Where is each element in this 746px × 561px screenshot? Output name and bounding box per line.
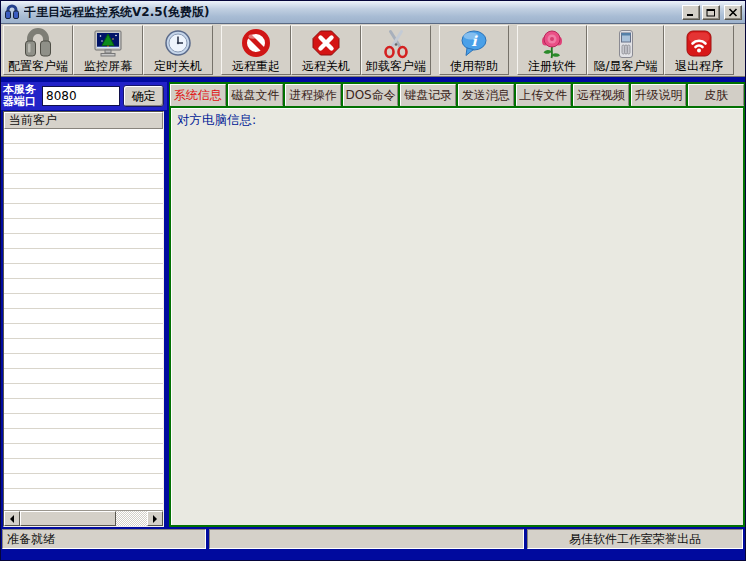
close-button[interactable] [724,5,742,20]
remote-restart-button[interactable]: 远程重起 [221,25,291,75]
tab-upgrade-notes[interactable]: 升级说明 [631,84,687,106]
client-list-row [4,294,163,309]
client-list-row [4,234,163,249]
client-list-row [4,174,163,189]
toolbar: 配置客户端 监控屏幕 [1,24,745,77]
scissors-icon [380,28,412,60]
window-title: 千里目远程监控系统V2.5(免费版) [24,4,682,21]
binoculars-icon [22,28,54,60]
status-bar: 准备就绪 易佳软件工作室荣誉出品 [1,527,745,549]
toolbar-button-label: 定时关机 [154,60,202,73]
client-list-row [4,204,163,219]
app-binoculars-icon [4,4,20,20]
hide-show-client-button[interactable]: 隐/显客户端 [587,25,664,75]
register-software-button[interactable]: 注册软件 [517,25,587,75]
toolbar-button-label: 远程重起 [232,60,280,73]
client-list-row [4,354,163,369]
client-list-row [4,309,163,324]
tab-send-message[interactable]: 发送消息 [458,84,514,106]
client-list-row [4,189,163,204]
left-panel: 本服务器端口 确定 当前客户 [1,82,167,527]
remote-shutdown-button[interactable]: 远程关机 [291,25,361,75]
toolbar-button-label: 远程关机 [302,60,350,73]
client-list-row [4,384,163,399]
client-list-row [4,339,163,354]
tab-process-operations[interactable]: 进程操作 [285,84,341,106]
exit-program-button[interactable]: 退出程序 [664,25,734,75]
tab-system-info[interactable]: 系统信息 [170,84,226,106]
status-middle-panel [209,529,524,549]
toolbar-button-label: 隐/显客户端 [593,60,657,73]
toolbar-separator [509,25,517,75]
client-listview: 当前客户 [3,111,164,527]
tab-bar: 系统信息 磁盘文件 进程操作 DOS命令 键盘记录 发送消息 上传文件 远程视频… [169,82,745,106]
scroll-right-button[interactable] [147,511,163,526]
tab-keylogger[interactable]: 键盘记录 [400,84,456,106]
no-entry-icon [240,28,272,60]
status-credits-text: 易佳软件工作室荣誉出品 [527,529,743,549]
client-list-row [4,324,163,339]
port-input[interactable] [42,86,120,106]
stop-x-icon [310,28,342,60]
client-list-row [4,129,163,144]
wifi-exit-icon [683,28,715,60]
toolbar-button-label: 卸载客户端 [366,60,426,73]
client-list-row [4,474,163,489]
toolbar-button-label: 使用帮助 [450,60,498,73]
confirm-port-button[interactable]: 确定 [123,85,164,107]
help-button[interactable]: i 使用帮助 [439,25,509,75]
toolbar-separator [431,25,439,75]
client-list-header[interactable]: 当前客户 [4,112,163,129]
scrollbar-track[interactable] [116,511,147,526]
client-list-row [4,459,163,474]
right-arrow-icon [153,515,161,523]
scheduled-shutdown-button[interactable]: 定时关机 [143,25,213,75]
client-list-row [4,219,163,234]
tab-disk-files[interactable]: 磁盘文件 [228,84,284,106]
toolbar-button-label: 注册软件 [528,60,576,73]
scrollbar-thumb[interactable] [20,511,116,526]
client-list-body[interactable] [4,129,163,510]
system-info-panel: 对方电脑信息: [169,106,745,527]
tab-skin[interactable]: 皮肤 [688,84,744,106]
clock-icon [162,28,194,60]
client-list-row [4,279,163,294]
tab-upload-file[interactable]: 上传文件 [516,84,572,106]
remote-computer-info-label: 对方电脑信息: [177,112,737,129]
client-list-row [4,264,163,279]
handheld-icon [610,28,642,60]
main-area: 本服务器端口 确定 当前客户 系统信息 磁盘文件 进程操作 [1,82,745,527]
content-column: 系统信息 磁盘文件 进程操作 DOS命令 键盘记录 发送消息 上传文件 远程视频… [169,82,745,527]
server-port-bar: 本服务器端口 确定 [1,82,167,110]
configure-client-button[interactable]: 配置客户端 [3,25,73,75]
title-bar: 千里目远程监控系统V2.5(免费版) [1,1,745,24]
bottom-strip [1,549,745,560]
client-list-row [4,144,163,159]
scroll-left-button[interactable] [4,511,20,526]
client-list-row [4,429,163,444]
client-list-row [4,444,163,459]
info-bubble-icon: i [458,28,490,60]
server-port-label: 本服务器端口 [3,84,42,108]
client-list-row [4,369,163,384]
toolbar-button-label: 配置客户端 [8,60,68,73]
client-list-row [4,414,163,429]
client-list-row [4,159,163,174]
toolbar-separator [213,25,221,75]
minimize-button[interactable] [682,5,700,20]
tab-dos-command[interactable]: DOS命令 [343,84,399,106]
tab-remote-video[interactable]: 远程视频 [573,84,629,106]
monitor-icon [92,28,124,60]
toolbar-button-label: 退出程序 [675,60,723,73]
horizontal-scrollbar [4,510,163,526]
monitor-screen-button[interactable]: 监控屏幕 [73,25,143,75]
app-window: 千里目远程监控系统V2.5(免费版) 配置客户端 [0,0,746,561]
uninstall-client-button[interactable]: 卸载客户端 [361,25,431,75]
client-list-row [4,249,163,264]
client-list-row [4,489,163,504]
left-arrow-icon [6,515,14,523]
maximize-button[interactable] [702,5,720,20]
rose-icon [536,28,568,60]
status-ready-text: 准备就绪 [2,529,206,549]
toolbar-button-label: 监控屏幕 [84,60,132,73]
